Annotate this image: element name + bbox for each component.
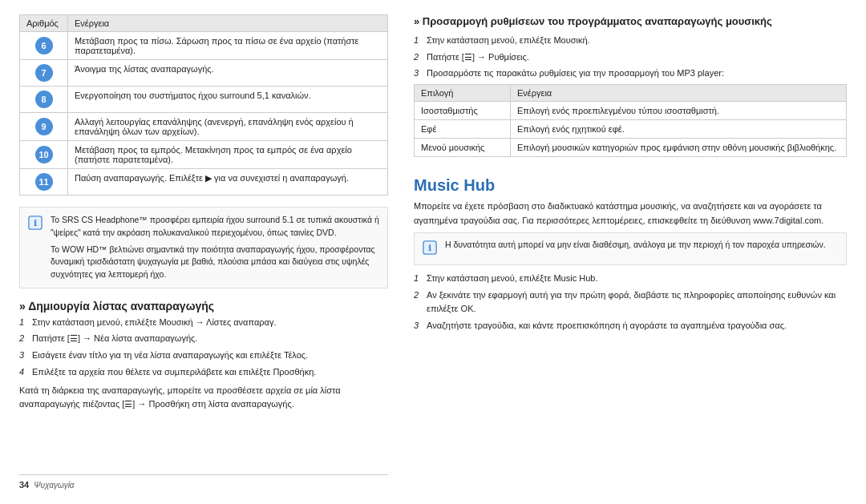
page-footer: 34 Ψυχαγωγία xyxy=(19,474,388,490)
list-item: 1Στην κατάσταση μενού, επιλέξτε Μουσική … xyxy=(19,316,388,330)
settings-action-cell: Επιλογή ενός ηχητικού εφέ. xyxy=(511,119,847,138)
note-bullet-2: Το WOW HD™ βελτιώνει σημαντικά την ποιότ… xyxy=(51,244,379,281)
row-number-cell: 10 xyxy=(20,141,68,169)
list-item: 2Αν ξεκινάτε την εφαρμογή αυτή για την π… xyxy=(414,288,847,317)
row-action-cell: Παύση αναπαραγωγής. Επιλέξτε ▶ για να συ… xyxy=(68,169,388,196)
svg-text:ℹ: ℹ xyxy=(34,219,37,228)
table-row: 7Άνοιγμα της λίστας αναπαραγωγής. xyxy=(20,60,388,87)
step-number: 2 xyxy=(19,332,29,346)
row-number-cell: 7 xyxy=(20,60,68,87)
row-action-cell: Ενεργοποίηση του συστήματος ήχου surroun… xyxy=(68,87,388,113)
music-hub-note-icon: ℹ xyxy=(423,240,439,259)
note-bullet-1: Το SRS CS Headphone™ προσφέρει εμπειρία … xyxy=(51,214,379,240)
row-action-cell: Μετάβαση προς τα εμπρός. Μετακίνηση προς… xyxy=(68,141,388,169)
circle-number: 7 xyxy=(35,64,53,82)
list-item: 3Προσαρμόστε τις παρακάτω ρυθμίσεις για … xyxy=(414,67,847,81)
table-row: 8Ενεργοποίηση του συστήματος ήχου surrou… xyxy=(20,87,388,113)
col-header-number: Αριθμός xyxy=(20,15,68,32)
settings-action-cell: Επιλογή ενός προεπιλεγμένου τύπου ισοστα… xyxy=(511,101,847,119)
settings-section: » Προσαρμογή ρυθμίσεων του προγράμματος … xyxy=(414,14,847,157)
svg-text:ℹ: ℹ xyxy=(428,244,431,252)
step-number: 3 xyxy=(414,319,423,333)
circle-number: 8 xyxy=(35,91,53,108)
list-item: 2Πατήστε [☰] → Νέα λίστα αναπαραγωγής. xyxy=(19,332,388,346)
music-hub-steps-list: 1Στην κατάσταση μενού, επιλέξτε Music Hu… xyxy=(414,272,847,333)
circle-number: 11 xyxy=(35,173,53,191)
page-number: 34 xyxy=(19,480,29,490)
music-hub-note-text: Η δυνατότητα αυτή μπορεί να μην είναι δι… xyxy=(445,239,826,259)
step-text: Επιλέξτε τα αρχεία που θέλετε να συμπερι… xyxy=(32,365,388,380)
list-item: 3Αναζητήστε τραγούδια, και κάντε προεπισ… xyxy=(414,319,847,333)
list-item: 2Πατήστε [☰] → Ρυθμίσεις. xyxy=(414,50,847,65)
step-text: Στην κατάσταση μενού, επιλέξτε Μουσική →… xyxy=(32,316,388,330)
table-row: 9Αλλαγή λειτουργίας επανάληψης (ανενεργή… xyxy=(20,113,388,141)
row-number-cell: 6 xyxy=(20,32,68,60)
settings-option-cell: Εφέ xyxy=(415,119,511,138)
settings-col-option: Επιλογή xyxy=(415,84,511,101)
music-hub-note-box: ℹ Η δυνατότητα αυτή μπορεί να μην είναι … xyxy=(414,232,847,265)
circle-number: 10 xyxy=(35,146,53,163)
step-number: 1 xyxy=(414,272,423,286)
note-box-surround: ℹ Το SRS CS Headphone™ προσφέρει εμπειρί… xyxy=(19,207,388,288)
right-column: » Προσαρμογή ρυθμίσεων του προγράμματος … xyxy=(414,14,847,490)
note-content: Το SRS CS Headphone™ προσφέρει εμπειρία … xyxy=(51,214,379,281)
controls-table-wrapper: Αριθμός Ενέργεια 6Μετάβαση προς τα πίσω.… xyxy=(19,14,388,196)
step-number: 2 xyxy=(414,50,423,65)
music-hub-section: Music Hub Μπορείτε να έχετε πρόσβαση στο… xyxy=(414,176,847,335)
settings-col-action: Ενέργεια xyxy=(511,84,847,101)
step-text: Πατήστε [☰] → Νέα λίστα αναπαραγωγής. xyxy=(32,332,388,346)
create-playlist-heading: » Δημιουργία λίστας αναπαραγωγής xyxy=(19,300,388,312)
step-number: 1 xyxy=(414,34,423,48)
step-number: 4 xyxy=(19,365,29,380)
table-row: 10Μετάβαση προς τα εμπρός. Μετακίνηση πρ… xyxy=(20,141,388,169)
footer-text: Ψυχαγωγία xyxy=(34,481,74,490)
circle-number: 6 xyxy=(35,37,53,54)
table-row: Μενού μουσικήςΕπιλογή μουσικών κατηγοριώ… xyxy=(415,138,847,156)
step-number: 3 xyxy=(414,67,423,81)
left-column: Αριθμός Ενέργεια 6Μετάβαση προς τα πίσω.… xyxy=(19,14,388,490)
step-text: Εισάγετε έναν τίτλο για τη νέα λίστα ανα… xyxy=(32,349,388,363)
step-text: Αναζητήστε τραγούδια, και κάντε προεπισκ… xyxy=(427,319,847,333)
step-text: Αν ξεκινάτε την εφαρμογή αυτή για την πρ… xyxy=(427,288,847,317)
settings-option-cell: Ισοσταθμιστής xyxy=(415,101,511,119)
row-number-cell: 8 xyxy=(20,87,68,113)
create-steps-list: 1Στην κατάσταση μενού, επιλέξτε Μουσική … xyxy=(19,316,388,379)
create-playlist-note: Κατά τη διάρκεια της αναπαραγωγής, μπορε… xyxy=(19,384,388,410)
table-row: 11Παύση αναπαραγωγής. Επιλέξτε ▶ για να … xyxy=(20,169,388,196)
list-item: 1Στην κατάσταση μενού, επιλέξτε Μουσική. xyxy=(414,34,847,48)
settings-table: Επιλογή Ενέργεια ΙσοσταθμιστήςΕπιλογή εν… xyxy=(414,84,847,157)
step-number: 1 xyxy=(19,316,29,330)
page: Αριθμός Ενέργεια 6Μετάβαση προς τα πίσω.… xyxy=(0,0,866,504)
table-row: ΙσοσταθμιστήςΕπιλογή ενός προεπιλεγμένου… xyxy=(415,101,847,119)
row-number-cell: 11 xyxy=(20,169,68,196)
settings-table-wrapper: Επιλογή Ενέργεια ΙσοσταθμιστήςΕπιλογή εν… xyxy=(414,84,847,157)
note-icon: ℹ xyxy=(28,216,44,281)
step-text: Στην κατάσταση μενού, επιλέξτε Music Hub… xyxy=(427,272,847,286)
controls-table: Αριθμός Ενέργεια 6Μετάβαση προς τα πίσω.… xyxy=(19,14,388,196)
row-number-cell: 9 xyxy=(20,113,68,141)
music-hub-title: Music Hub xyxy=(414,176,847,195)
settings-option-cell: Μενού μουσικής xyxy=(415,138,511,156)
list-item: 1Στην κατάσταση μενού, επιλέξτε Music Hu… xyxy=(414,272,847,286)
step-text: Προσαρμόστε τις παρακάτω ρυθμίσεις για τ… xyxy=(427,67,847,81)
music-hub-description: Μπορείτε να έχετε πρόσβαση στο διαδικτυα… xyxy=(414,200,847,228)
list-item: 3Εισάγετε έναν τίτλο για τη νέα λίστα αν… xyxy=(19,349,388,363)
row-action-cell: Μετάβαση προς τα πίσω. Σάρωση προς τα πί… xyxy=(68,32,388,60)
step-text: Στην κατάσταση μενού, επιλέξτε Μουσική. xyxy=(427,34,847,48)
settings-action-cell: Επιλογή μουσικών κατηγοριών προς εμφάνισ… xyxy=(511,138,847,156)
create-playlist-section: » Δημιουργία λίστας αναπαραγωγής 1Στην κ… xyxy=(19,300,388,410)
table-row: 6Μετάβαση προς τα πίσω. Σάρωση προς τα π… xyxy=(20,32,388,60)
step-number: 3 xyxy=(19,349,29,363)
list-item: 4Επιλέξτε τα αρχεία που θέλετε να συμπερ… xyxy=(19,365,388,380)
step-text: Πατήστε [☰] → Ρυθμίσεις. xyxy=(427,50,847,65)
col-header-action: Ενέργεια xyxy=(68,15,388,32)
row-action-cell: Άνοιγμα της λίστας αναπαραγωγής. xyxy=(68,60,388,87)
table-row: ΕφέΕπιλογή ενός ηχητικού εφέ. xyxy=(415,119,847,138)
step-number: 2 xyxy=(414,288,423,317)
settings-heading: » Προσαρμογή ρυθμίσεων του προγράμματος … xyxy=(414,14,847,29)
row-action-cell: Αλλαγή λειτουργίας επανάληψης (ανενεργή,… xyxy=(68,113,388,141)
circle-number: 9 xyxy=(35,118,53,135)
settings-steps-list: 1Στην κατάσταση μενού, επιλέξτε Μουσική.… xyxy=(414,34,847,81)
